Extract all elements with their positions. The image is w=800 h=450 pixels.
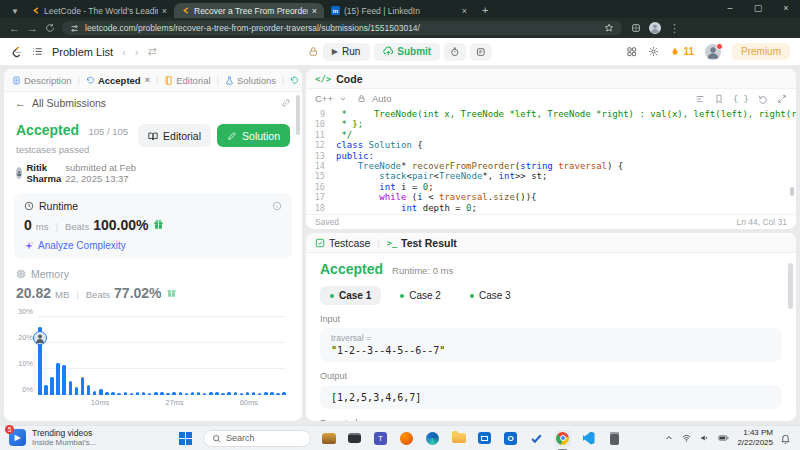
info-icon[interactable] bbox=[272, 201, 282, 211]
debug-lock-icon[interactable] bbox=[308, 46, 319, 57]
prev-problem-icon[interactable]: ‹ bbox=[122, 46, 126, 58]
leetcode-logo[interactable] bbox=[10, 45, 23, 58]
settings-gear-icon[interactable] bbox=[648, 46, 659, 57]
case-2-tab[interactable]: Case 2 bbox=[390, 286, 451, 305]
tab-close-icon[interactable]: × bbox=[462, 6, 467, 16]
close-tab-icon[interactable]: × bbox=[145, 75, 150, 85]
wifi-icon[interactable] bbox=[681, 433, 692, 443]
omnibox[interactable]: leetcode.com/problems/recover-a-tree-fro… bbox=[62, 21, 622, 35]
gift-icon[interactable] bbox=[166, 287, 177, 298]
premium-button[interactable]: Premium bbox=[732, 43, 790, 60]
editorial-button[interactable]: Editorial bbox=[138, 124, 211, 147]
reset-code-icon[interactable] bbox=[758, 94, 768, 104]
app-game-icon[interactable] bbox=[320, 430, 337, 447]
clock[interactable]: 1:43 PM 2/22/2025 bbox=[737, 428, 773, 447]
back-arrow-icon[interactable]: ← bbox=[15, 97, 26, 109]
shuffle-icon[interactable]: ⇄ bbox=[147, 45, 156, 58]
memory-value: 20.82 bbox=[16, 285, 51, 301]
forward-icon[interactable]: → bbox=[27, 23, 38, 34]
taskbar-search[interactable]: Search bbox=[203, 430, 311, 447]
test-panel-scrollbar[interactable] bbox=[788, 263, 793, 309]
solution-button[interactable]: Solution bbox=[217, 124, 290, 147]
braces-icon[interactable]: { } bbox=[733, 94, 749, 104]
new-tab-button[interactable]: + bbox=[482, 4, 488, 16]
tab-test-result[interactable]: >_ Test Result bbox=[387, 237, 457, 249]
analyze-complexity-link[interactable]: Analyze Complexity bbox=[24, 240, 282, 251]
editor-statusbar: Saved Ln 44, Col 31 bbox=[306, 214, 796, 229]
reload-icon[interactable] bbox=[45, 23, 55, 33]
runtime-card[interactable]: Runtime 0 ms | Beats 100.00% Analyze Com… bbox=[14, 193, 292, 259]
notes-button[interactable] bbox=[470, 43, 492, 61]
input-box[interactable]: traversal = "1-2--3--4-5--6--7" bbox=[320, 328, 782, 362]
code-tag-icon: </> bbox=[315, 74, 331, 84]
tab-close-icon[interactable]: × bbox=[312, 6, 317, 16]
browser-menu-icon[interactable]: ⋮ bbox=[669, 23, 680, 34]
tab-testcase[interactable]: Testcase bbox=[315, 237, 370, 249]
tab-description[interactable]: Description bbox=[12, 75, 72, 86]
close-button[interactable]: × bbox=[772, 0, 800, 17]
chrome-icon-active[interactable] bbox=[554, 430, 571, 447]
daily-streak[interactable]: 11 bbox=[670, 46, 694, 57]
ms-store-icon[interactable] bbox=[476, 430, 493, 447]
browser-profile-avatar[interactable] bbox=[649, 22, 661, 34]
editor-scrollbar[interactable] bbox=[790, 187, 794, 196]
author-avatar[interactable] bbox=[16, 167, 22, 179]
minimize-button[interactable]: – bbox=[716, 0, 744, 17]
vscode-icon[interactable] bbox=[580, 430, 597, 447]
submit-button[interactable]: Submit bbox=[373, 43, 440, 61]
chevron-down-icon[interactable] bbox=[339, 95, 347, 103]
brave-icon[interactable] bbox=[398, 430, 415, 447]
problem-list-icon[interactable] bbox=[32, 46, 43, 57]
tab-search-icon[interactable]: ▼ bbox=[6, 4, 24, 18]
news-widget[interactable]: ▶ 5 Trending videos Inside Mumbai's... bbox=[9, 429, 96, 448]
auto-label[interactable]: Auto bbox=[372, 93, 392, 104]
runtime-chart-plot[interactable]: 0%10%20%30%10ms27ms60ms bbox=[38, 317, 286, 395]
browser-tab-linkedin[interactable]: in (15) Feed | LinkedIn × bbox=[324, 3, 474, 18]
tab-group-icon[interactable] bbox=[631, 23, 641, 33]
timer-button[interactable] bbox=[444, 43, 466, 61]
tab-accepted[interactable]: Accepted × bbox=[86, 75, 150, 86]
battery-icon[interactable] bbox=[717, 433, 730, 443]
outlook-icon[interactable]: O bbox=[502, 430, 519, 447]
format-code-icon[interactable] bbox=[695, 94, 705, 104]
tab-submissions[interactable]: Submissions bbox=[290, 75, 302, 86]
run-button[interactable]: ▶ Run bbox=[323, 43, 370, 61]
speaker-icon[interactable] bbox=[699, 433, 710, 443]
bookmark-star-icon[interactable] bbox=[604, 23, 614, 33]
all-submissions-link[interactable]: All Submissions bbox=[32, 97, 106, 109]
case-3-tab[interactable]: Case 3 bbox=[460, 286, 521, 305]
todo-icon[interactable] bbox=[528, 430, 545, 447]
code-line: 13public: bbox=[306, 151, 796, 161]
tray-chevron-icon[interactable] bbox=[664, 433, 674, 443]
fullscreen-icon[interactable] bbox=[777, 94, 787, 104]
tab-editorial[interactable]: Editorial bbox=[164, 75, 210, 86]
case-1-tab[interactable]: Case 1 bbox=[320, 286, 381, 305]
tab-solutions[interactable]: Solutions bbox=[225, 75, 276, 86]
left-panel-scrollbar[interactable] bbox=[296, 95, 300, 135]
site-settings-icon[interactable] bbox=[70, 24, 79, 33]
bookmark-icon[interactable] bbox=[714, 94, 724, 104]
browser-tab-leetcode-home[interactable]: LeetCode - The World's Leadin × bbox=[24, 3, 174, 18]
tab-close-icon[interactable]: × bbox=[162, 6, 167, 16]
problem-list-label[interactable]: Problem List bbox=[52, 46, 113, 58]
copy-link-icon[interactable] bbox=[281, 98, 291, 108]
back-icon[interactable]: ← bbox=[9, 23, 20, 34]
gift-icon[interactable] bbox=[153, 219, 164, 230]
author-name[interactable]: Ritik Sharma bbox=[26, 162, 61, 184]
maximize-button[interactable]: ▢ bbox=[744, 0, 772, 17]
notification-bell-icon[interactable] bbox=[780, 433, 791, 444]
code-lines[interactable]: 9 * TreeNode(int x, TreeNode *left, Tree… bbox=[306, 108, 796, 214]
browser-tab-active[interactable]: Recover a Tree From Preorder T × bbox=[174, 3, 324, 18]
file-explorer-icon[interactable] bbox=[450, 430, 467, 447]
app-dark-icon[interactable] bbox=[346, 430, 363, 447]
start-button[interactable] bbox=[177, 430, 194, 447]
language-selector[interactable]: C++ bbox=[315, 93, 333, 104]
memory-section[interactable]: Memory 20.82 MB | Beats 77.02% bbox=[16, 268, 290, 301]
edge-icon[interactable] bbox=[424, 430, 441, 447]
layout-grid-icon[interactable] bbox=[626, 46, 637, 57]
user-avatar[interactable] bbox=[705, 44, 721, 60]
next-problem-icon[interactable]: › bbox=[135, 46, 139, 58]
output-box[interactable]: [1,2,5,3,4,6,7] bbox=[320, 385, 782, 409]
teams-icon[interactable]: T bbox=[372, 430, 389, 447]
remote-desktop-icon[interactable] bbox=[606, 430, 623, 447]
